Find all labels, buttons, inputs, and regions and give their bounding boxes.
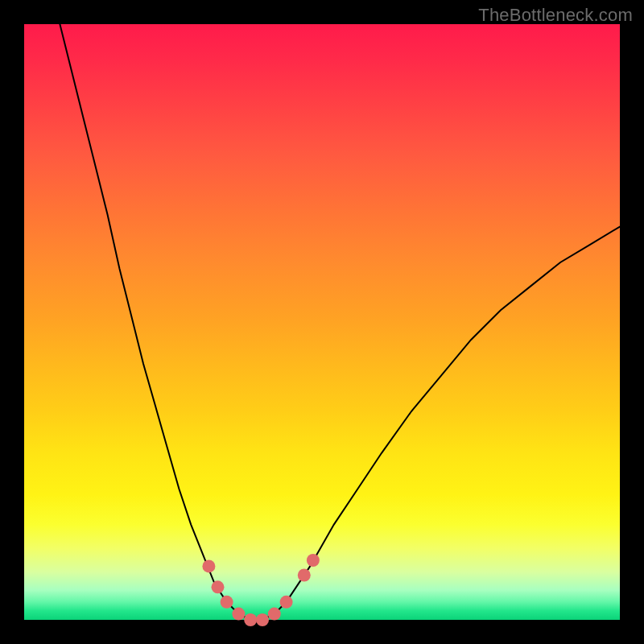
curve-marker	[256, 613, 269, 626]
curve-marker	[212, 580, 225, 593]
chart-frame	[24, 24, 620, 620]
curve-marker	[307, 554, 320, 567]
bottleneck-curve	[60, 24, 620, 620]
curve-marker	[268, 608, 281, 621]
chart-svg	[24, 24, 620, 620]
curve-marker	[244, 613, 257, 626]
watermark-text: TheBottleneck.com	[478, 5, 633, 26]
curve-marker	[298, 569, 311, 582]
curve-marker	[221, 596, 233, 609]
curve-marker	[202, 559, 215, 572]
curve-marker	[280, 596, 293, 609]
curve-marker	[232, 608, 245, 621]
marker-group	[202, 554, 320, 626]
